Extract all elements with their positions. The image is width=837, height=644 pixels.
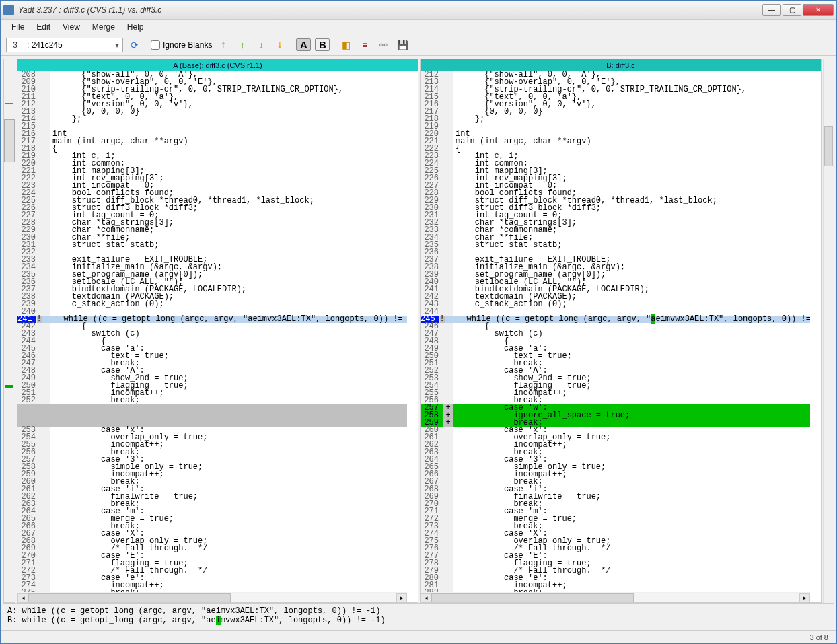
status-bar: 3 of 8 — [1, 630, 836, 643]
menu-file[interactable]: File — [6, 21, 30, 33]
diff-range: : 241c245 — [24, 38, 112, 52]
last-diff-button[interactable]: ⤓ — [272, 38, 287, 52]
toolbar: 3 : 241c245 ▾ ⟳ Ignore Blanks ⤒ ↑ ↓ ⤓ A … — [1, 34, 836, 56]
view-mode-button[interactable]: ◧ — [338, 38, 353, 52]
link-button[interactable]: ⚯ — [376, 38, 391, 52]
first-diff-button[interactable]: ⤒ — [216, 38, 231, 52]
menu-view[interactable]: View — [57, 21, 85, 33]
diff-selector[interactable]: 3 : 241c245 ▾ — [6, 38, 123, 52]
code-line[interactable]: 221main (int argc, char **argv) — [421, 138, 810, 145]
detail-b-label: B: — [7, 616, 17, 625]
refresh-button[interactable]: ⟳ — [127, 38, 142, 52]
next-diff-button[interactable]: ↓ — [254, 38, 268, 52]
code-line[interactable]: 215 — [17, 123, 407, 131]
vertical-scrollbar[interactable] — [823, 59, 834, 603]
app-icon — [3, 5, 14, 15]
scroll-left-icon[interactable]: ◂ — [17, 593, 28, 602]
window-title: Yadt 3.237 : diff3.c (CVS r1.1) vs. diff… — [18, 5, 762, 15]
code-line[interactable]: 218 }; — [421, 116, 810, 123]
prev-diff-button[interactable]: ↑ — [235, 38, 250, 52]
ignore-blanks-label: Ignore Blanks — [163, 40, 212, 50]
titlebar: Yadt 3.237 : diff3.c (CVS r1.1) vs. diff… — [1, 1, 836, 20]
menu-help[interactable]: Help — [122, 21, 149, 33]
pane-b-code[interactable]: 212 {"show-all", 0, 0, 'A'},213 {"show-o… — [421, 71, 810, 592]
pane-a: A (Base): diff3.c (CVS r1.1) 208 {"show-… — [17, 59, 418, 603]
pane-a-code[interactable]: 208 {"show-all", 0, 0, 'A'},209 {"show-o… — [17, 71, 407, 592]
menu-merge[interactable]: Merge — [87, 21, 120, 33]
pane-a-title: A (Base): diff3.c (CVS r1.1) — [17, 59, 418, 71]
status-position: 3 of 8 — [809, 633, 828, 641]
hscroll-thumb[interactable] — [28, 593, 231, 602]
vscroll-thumb[interactable] — [824, 126, 833, 166]
menubar: FileEditViewMergeHelp — [1, 20, 836, 34]
overview-gutter-left[interactable] — [3, 59, 15, 603]
detail-a-text: while ((c = getopt_long (argc, argv, "ae… — [22, 606, 381, 616]
diff-detail-bar: A: while ((c = getopt_long (argc, argv, … — [3, 603, 834, 627]
scroll-right-icon[interactable]: ▸ — [799, 593, 810, 602]
code-line[interactable]: 239 c_stack_action (0); — [17, 301, 407, 308]
hscroll-thumb[interactable] — [431, 593, 634, 602]
code-line[interactable]: 243 c_stack_action (0); — [421, 301, 810, 308]
detail-b-text: while ((c = getopt_long (argc, argv, "ae… — [22, 616, 386, 625]
code-line[interactable]: 252 break; — [17, 397, 407, 404]
minimize-button[interactable]: — — [762, 4, 781, 16]
save-button[interactable]: 💾 — [395, 38, 410, 52]
pane-b: B: diff3.c 212 {"show-all", 0, 0, 'A'},2… — [420, 59, 822, 603]
code-line[interactable]: 217main (int argc, char **argv) — [17, 138, 407, 145]
select-b-button[interactable]: B — [315, 38, 330, 51]
code-line[interactable]: 231 struct stat statb; — [17, 242, 407, 249]
code-line[interactable] — [17, 404, 407, 412]
code-line[interactable]: 235 struct stat statb; — [421, 242, 810, 249]
code-line[interactable]: 214 }; — [17, 116, 407, 123]
detail-a-label: A: — [7, 606, 17, 616]
ignore-blanks-input[interactable] — [151, 40, 160, 50]
scroll-right-icon[interactable]: ▸ — [396, 593, 407, 602]
pane-b-hscroll[interactable]: ◂ ▸ — [421, 592, 810, 602]
ignore-blanks-checkbox[interactable]: Ignore Blanks — [151, 40, 212, 50]
scroll-left-icon[interactable]: ◂ — [421, 593, 431, 602]
maximize-button[interactable]: ▢ — [783, 4, 801, 16]
line-view-button[interactable]: ≡ — [357, 38, 372, 52]
code-line[interactable] — [17, 412, 407, 419]
code-line[interactable]: 219 — [421, 123, 810, 131]
diff-index: 3 — [7, 38, 24, 52]
pane-b-title: B: diff3.c — [421, 59, 821, 71]
menu-edit[interactable]: Edit — [31, 21, 56, 33]
pane-a-hscroll[interactable]: ◂ ▸ — [17, 592, 407, 602]
close-button[interactable]: ✕ — [803, 4, 834, 16]
chevron-down-icon[interactable]: ▾ — [112, 40, 122, 50]
select-a-button[interactable]: A — [296, 38, 311, 51]
